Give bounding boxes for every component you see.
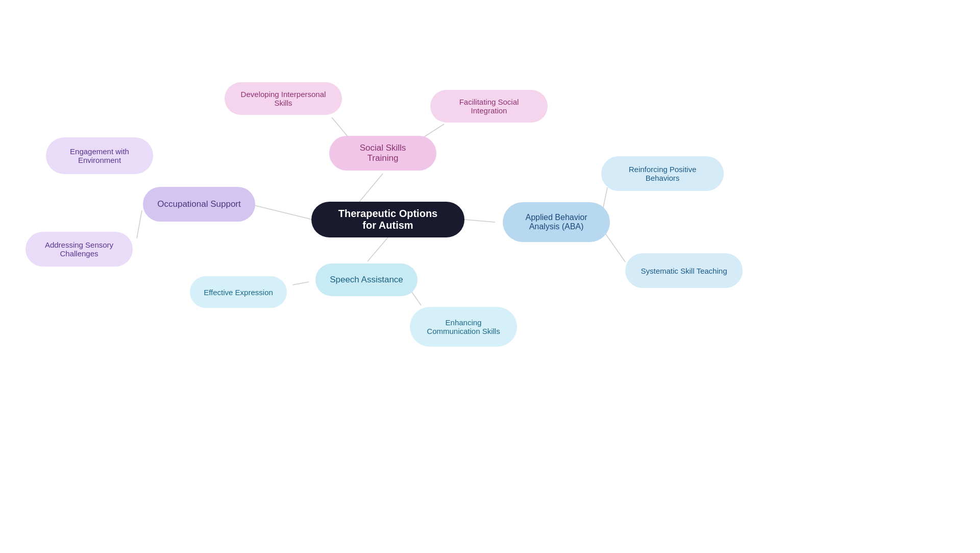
effective-expression-node[interactable]: Effective Expression [190, 276, 287, 308]
svg-line-3 [368, 237, 388, 261]
svg-line-0 [250, 204, 312, 220]
developing-interpersonal-node[interactable]: Developing Interpersonal Skills [225, 82, 342, 115]
center-node[interactable]: Therapeutic Options for Autism [311, 202, 464, 237]
systematic-skill-node[interactable]: Systematic Skill Teaching [625, 253, 743, 288]
addressing-sensory-node[interactable]: Addressing Sensory Challenges [26, 232, 133, 267]
reinforcing-positive-node[interactable]: Reinforcing Positive Behaviors [601, 156, 724, 191]
aba-node[interactable]: Applied Behavior Analysis (ABA) [503, 202, 610, 242]
social-skills-training-node[interactable]: Social Skills Training [329, 136, 436, 171]
svg-line-9 [605, 233, 625, 262]
svg-line-5 [137, 210, 142, 238]
svg-line-10 [292, 282, 309, 285]
svg-line-2 [464, 220, 495, 222]
svg-line-1 [357, 174, 383, 204]
speech-assistance-node[interactable]: Speech Assistance [315, 263, 418, 296]
enhancing-communication-node[interactable]: Enhancing Communication Skills [410, 307, 517, 347]
engagement-environment-node[interactable]: Engagement with Environment [46, 137, 153, 174]
facilitating-social-integration-node[interactable]: Facilitating Social Integration [430, 90, 548, 123]
occupational-support-node[interactable]: Occupational Support [143, 187, 255, 222]
